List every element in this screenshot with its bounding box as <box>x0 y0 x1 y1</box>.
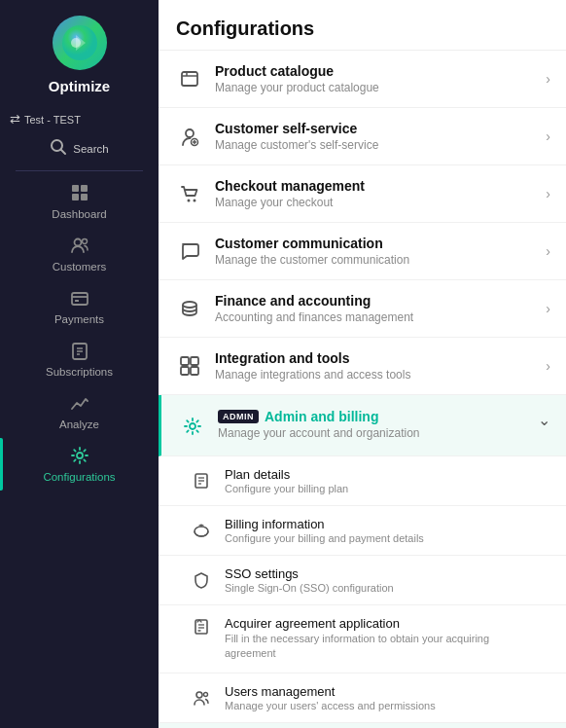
customers-icon <box>70 236 89 258</box>
env-label: Test - TEST <box>24 114 81 126</box>
config-item-checkout-management[interactable]: Checkout management Manage your checkout… <box>159 165 566 223</box>
billing-information-title: Billing information <box>225 517 424 531</box>
svg-rect-32 <box>191 367 198 375</box>
subscriptions-icon <box>70 341 89 363</box>
integration-tools-title: Integration and tools <box>215 350 540 366</box>
config-item-finance-accounting[interactable]: Finance and accounting Accounting and fi… <box>159 280 566 338</box>
svg-point-2 <box>71 38 81 48</box>
analyze-label: Analyze <box>59 419 99 430</box>
sub-item-users-management[interactable]: Users management Manage your users' acce… <box>159 673 566 723</box>
plan-details-text: Plan details Configure your billing plan <box>225 467 348 494</box>
dashboard-icon <box>70 183 89 205</box>
chevron-right-icon: › <box>546 71 550 87</box>
configurations-icon <box>70 446 89 468</box>
search-label: Search <box>73 143 108 155</box>
acquirer-agreement-text: Acquirer agreement application Fill in t… <box>225 616 497 662</box>
sub-item-account-settings[interactable]: ➤ Account settings Manage your account d… <box>159 723 566 728</box>
chevron-down-icon: ⌄ <box>538 411 550 429</box>
config-item-product-catalogue[interactable]: Product catalogue Manage your product ca… <box>159 51 566 108</box>
admin-billing-subtitle: Manage your account and organization <box>218 426 532 440</box>
sub-item-acquirer-agreement[interactable]: Acquirer agreement application Fill in t… <box>159 605 566 673</box>
sso-settings-icon <box>188 571 215 589</box>
sso-settings-title: SSO settings <box>225 566 394 581</box>
plan-details-icon <box>188 472 215 490</box>
chevron-right-icon: › <box>546 301 550 316</box>
product-catalogue-subtitle: Manage your product catalogue <box>215 81 540 94</box>
payments-icon <box>70 288 89 310</box>
svg-point-10 <box>82 239 87 244</box>
sidebar-item-configurations[interactable]: Configurations <box>0 438 159 491</box>
subscriptions-label: Subscriptions <box>46 366 113 378</box>
acquirer-agreement-icon <box>188 618 215 636</box>
users-management-text: Users management Manage your users' acce… <box>225 684 436 711</box>
svg-rect-30 <box>191 357 198 365</box>
app-name: Optimize <box>49 78 110 94</box>
sidebar: Optimize ⇄ Test - TEST Search Dashboard <box>0 0 159 728</box>
chevron-right-icon: › <box>546 186 550 201</box>
plan-details-subtitle: Configure your billing plan <box>225 483 348 494</box>
sidebar-item-dashboard[interactable]: Dashboard <box>0 175 159 228</box>
sidebar-item-analyze[interactable]: Analyze <box>0 385 159 438</box>
payments-label: Payments <box>54 313 104 325</box>
analyze-icon <box>70 393 89 416</box>
dashboard-label: Dashboard <box>52 208 106 220</box>
chevron-right-icon: › <box>546 128 550 144</box>
checkout-management-icon <box>174 178 205 209</box>
finance-accounting-text: Finance and accounting Accounting and fi… <box>215 293 540 324</box>
svg-rect-11 <box>72 293 88 305</box>
customer-self-service-text: Customer self-service Manage customer's … <box>215 121 540 152</box>
sidebar-divider-1 <box>16 170 142 171</box>
app-logo <box>53 16 107 70</box>
customer-communication-title: Customer communication <box>215 236 540 251</box>
billing-information-icon <box>188 522 215 539</box>
sidebar-item-search[interactable]: Search <box>0 130 159 166</box>
admin-badge: ADMIN <box>218 410 259 423</box>
sso-settings-text: SSO settings Single Sign-On (SSO) config… <box>225 566 394 594</box>
admin-sub-items: Plan details Configure your billing plan… <box>159 456 566 728</box>
product-catalogue-icon <box>174 63 205 94</box>
finance-accounting-title: Finance and accounting <box>215 293 540 309</box>
svg-rect-13 <box>75 300 79 302</box>
config-item-customer-self-service[interactable]: Customer self-service Manage customer's … <box>159 108 566 165</box>
sidebar-item-subscriptions[interactable]: Subscriptions <box>0 333 159 385</box>
svg-point-18 <box>77 453 83 458</box>
customer-communication-icon <box>174 236 205 267</box>
configurations-label: Configurations <box>43 471 115 483</box>
checkout-management-subtitle: Manage your checkout <box>215 196 540 209</box>
active-indicator <box>0 438 3 491</box>
svg-line-4 <box>61 150 66 155</box>
sidebar-item-payments[interactable]: Payments <box>0 280 159 333</box>
checkout-management-title: Checkout management <box>215 178 540 194</box>
svg-rect-5 <box>72 185 79 192</box>
checkout-management-text: Checkout management Manage your checkout <box>215 178 540 209</box>
svg-rect-6 <box>81 185 88 192</box>
product-catalogue-title: Product catalogue <box>215 63 540 79</box>
customer-self-service-icon <box>174 121 205 152</box>
config-item-integration-tools[interactable]: Integration and tools Manage integration… <box>159 338 566 395</box>
finance-accounting-subtitle: Accounting and finances management <box>215 310 540 324</box>
sidebar-env[interactable]: ⇄ Test - TEST <box>0 108 159 130</box>
customer-communication-text: Customer communication Manage the custom… <box>215 236 540 267</box>
integration-tools-subtitle: Manage integrations and access tools <box>215 368 540 382</box>
sub-item-sso-settings[interactable]: SSO settings Single Sign-On (SSO) config… <box>159 556 566 605</box>
config-item-customer-communication[interactable]: Customer communication Manage the custom… <box>159 223 566 280</box>
sidebar-item-customers[interactable]: Customers <box>0 228 159 280</box>
product-catalogue-text: Product catalogue Manage your product ca… <box>215 63 540 94</box>
svg-rect-31 <box>181 367 189 375</box>
svg-rect-29 <box>181 357 189 365</box>
svg-rect-19 <box>182 72 197 86</box>
finance-accounting-icon <box>174 293 205 324</box>
config-list: Product catalogue Manage your product ca… <box>159 51 566 728</box>
users-management-subtitle: Manage your users' access and permission… <box>225 700 436 711</box>
customer-self-service-title: Customer self-service <box>215 121 540 136</box>
svg-point-42 <box>196 692 202 698</box>
svg-point-27 <box>194 200 196 202</box>
svg-rect-7 <box>72 194 79 200</box>
chevron-right-icon: › <box>546 243 550 259</box>
svg-point-22 <box>186 129 194 137</box>
sub-item-billing-information[interactable]: Billing information Configure your billi… <box>159 506 566 556</box>
config-item-admin-billing[interactable]: ADMIN Admin and billing Manage your acco… <box>159 395 566 456</box>
sub-item-plan-details[interactable]: Plan details Configure your billing plan <box>159 456 566 506</box>
svg-point-28 <box>183 302 196 308</box>
switch-icon: ⇄ <box>10 112 20 127</box>
